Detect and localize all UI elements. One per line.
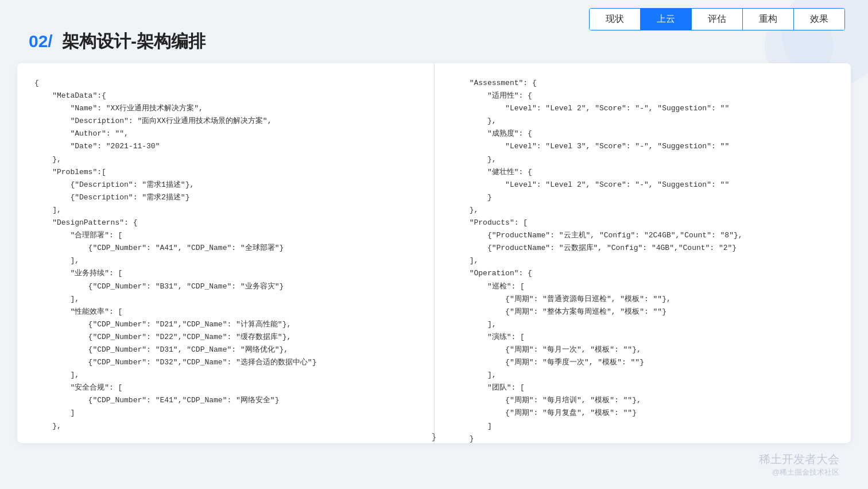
nav-btn-shangyun[interactable]: 上云 xyxy=(641,9,692,30)
nav-btn-xianzhuang[interactable]: 现状 xyxy=(590,9,641,30)
left-code-panel: { "MetaData":{ "Name": "XX行业通用技术解决方案", "… xyxy=(17,63,435,443)
right-code-panel: "Assessment": { "适用性": { "Level": "Level… xyxy=(435,63,851,443)
title-text: 架构设计-架构编排 xyxy=(57,32,206,51)
closing-brace: } xyxy=(432,433,436,442)
watermark: 稀土开发者大会 @稀土掘金技术社区 xyxy=(759,452,839,478)
right-code-block: "Assessment": { "适用性": { "Level": "Level… xyxy=(452,77,834,443)
nav-btn-xiaoguo[interactable]: 效果 xyxy=(794,9,844,30)
watermark-sub: @稀土掘金技术社区 xyxy=(759,467,839,478)
nav-btn-pinggu[interactable]: 评估 xyxy=(692,9,743,30)
left-code-block: { "MetaData":{ "Name": "XX行业通用技术解决方案", "… xyxy=(34,77,417,433)
watermark-brand: 稀土开发者大会 xyxy=(759,452,839,467)
main-content: { "MetaData":{ "Name": "XX行业通用技术解决方案", "… xyxy=(17,63,851,443)
top-navigation: 现状 上云 评估 重构 效果 xyxy=(589,8,845,30)
page-title: 02/ 架构设计-架构编排 xyxy=(29,30,206,53)
nav-btn-chonggou[interactable]: 重构 xyxy=(743,9,794,30)
title-number: 02/ xyxy=(29,32,53,51)
